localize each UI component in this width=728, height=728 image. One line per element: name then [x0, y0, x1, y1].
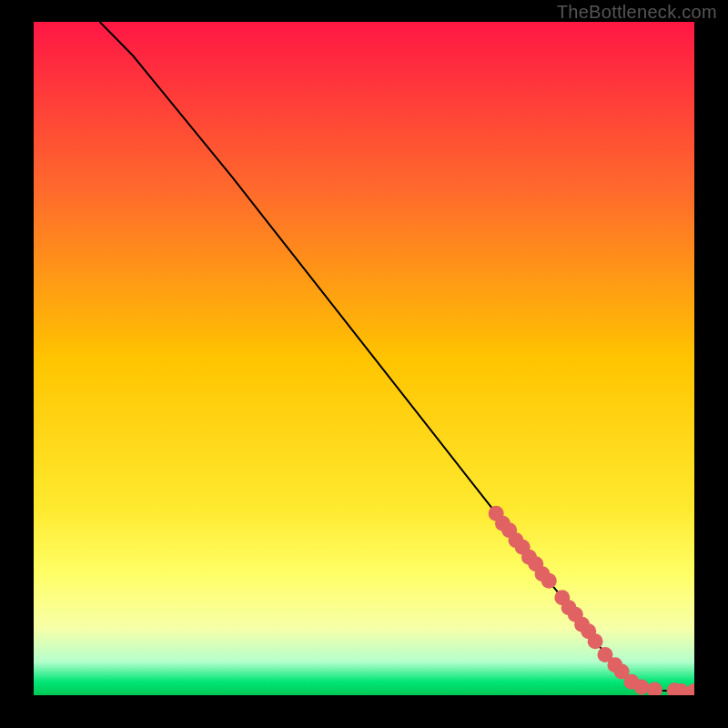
attribution-text: TheBottleneck.com: [557, 2, 717, 23]
data-point: [541, 573, 557, 589]
chart-frame: TheBottleneck.com: [0, 0, 728, 728]
plot-area: [34, 22, 694, 695]
chart-svg: [34, 22, 694, 695]
gradient-background: [34, 22, 694, 695]
data-point: [588, 633, 603, 649]
data-point: [633, 680, 649, 695]
